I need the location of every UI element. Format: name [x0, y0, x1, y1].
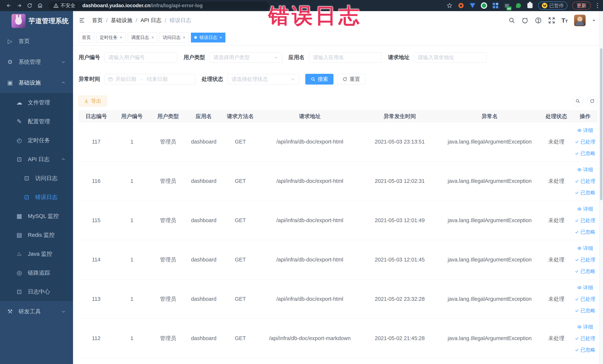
mark-processed-link[interactable]: 已处理 — [573, 215, 598, 226]
extension-grid-icon[interactable] — [492, 2, 499, 9]
check-icon — [575, 297, 579, 301]
browser-menu-kebab-icon[interactable] — [596, 3, 599, 8]
reset-button[interactable]: 重置 — [337, 74, 365, 84]
sidebar-item-access-log[interactable]: ⊡ 访问日志 — [0, 169, 73, 188]
mark-processed-link[interactable]: 已处理 — [573, 136, 598, 148]
sidebar-item-trace[interactable]: ◎ 链路追踪 — [0, 263, 73, 282]
detail-link[interactable]: 详细 — [573, 282, 598, 293]
mark-ignored-link[interactable]: 已忽略 — [573, 226, 598, 238]
error-log-table: 日志编号 用户编号 用户类型 应用名 请求方法名 请求地址 异常发生时间 异常名… — [79, 110, 598, 358]
forward-icon[interactable] — [14, 1, 24, 10]
check-icon — [575, 258, 579, 262]
close-icon[interactable]: × — [183, 35, 185, 40]
tag-error-log[interactable]: 错误日志× — [191, 33, 225, 42]
process-status-select[interactable]: 请选择处理状态 — [228, 74, 299, 84]
sidebar-item-dev-tools[interactable]: ⚒ 研发工具 — [0, 301, 73, 322]
detail-link[interactable]: 详细 — [573, 321, 598, 333]
home-icon[interactable] — [35, 1, 45, 10]
avatar[interactable] — [574, 15, 586, 26]
mark-processed-link[interactable]: 已处理 — [573, 176, 598, 187]
close-icon[interactable]: × — [220, 35, 222, 40]
address-bar[interactable]: 不安全 dashboard.yudao.iocoder.cn/infra/log… — [48, 1, 269, 10]
mark-processed-link[interactable]: 已处理 — [573, 254, 598, 266]
sidebar-item-scheduled-job[interactable]: ◴ 定时任务 — [0, 131, 73, 150]
bookmark-star-icon[interactable] — [446, 2, 453, 9]
breadcrumb-infra[interactable]: 基础设施 — [111, 17, 132, 24]
proxy-on-icon[interactable]: on — [504, 2, 510, 9]
eye-icon — [577, 285, 582, 290]
mark-ignored-link[interactable]: 已忽略 — [573, 148, 598, 159]
close-icon[interactable]: × — [151, 35, 154, 40]
detail-link[interactable]: 详细 — [573, 243, 598, 254]
github-icon[interactable] — [522, 17, 529, 24]
sidebar-item-error-log[interactable]: ⊡ 错误日志 — [0, 188, 73, 207]
gear-icon: ⚙ — [6, 59, 14, 65]
tag-home[interactable]: 首页 — [79, 33, 94, 42]
sidebar-item-config-manage[interactable]: ✎ 配置管理 — [0, 112, 73, 131]
export-button[interactable]: 导出 — [79, 96, 107, 106]
caret-down-icon[interactable] — [592, 18, 596, 23]
toolbox-icon: ⚒ — [6, 308, 14, 315]
sidebar-item-system[interactable]: ⚙ 系统管理 — [0, 52, 73, 72]
col-process-status: 处理状态 — [540, 111, 573, 122]
sidebar-item-infra[interactable]: ▣ 基础设施 — [0, 72, 73, 93]
scrollbar-thumb[interactable] — [600, 48, 603, 200]
page-scrollbar[interactable] — [599, 11, 603, 364]
reload-icon[interactable] — [24, 1, 35, 10]
extensions-puzzle-icon[interactable] — [527, 2, 533, 9]
sidebar-item-mysql-monitor[interactable]: ▦ MySQL 监控 — [0, 207, 73, 225]
refresh-table-button[interactable] — [587, 96, 597, 106]
eye-icon — [577, 207, 582, 211]
col-app-name: 应用名 — [186, 111, 221, 122]
detail-link[interactable]: 详细 — [573, 203, 598, 215]
exception-time-label: 异常时间 — [79, 75, 100, 83]
table-row: 114 1 管理员 dashboard GET /api/infra/db-do… — [79, 240, 598, 280]
help-icon[interactable] — [535, 17, 542, 24]
detail-link[interactable]: 详细 — [573, 125, 598, 136]
app-name-input[interactable] — [309, 52, 382, 63]
sidebar-item-redis-monitor[interactable]: ▤ Redis 监控 — [0, 225, 73, 244]
tag-job-log[interactable]: 调度日志× — [128, 33, 157, 42]
update-button[interactable]: 更新 — [572, 1, 591, 10]
request-url-input[interactable] — [414, 52, 487, 63]
user-id-input[interactable] — [104, 52, 177, 63]
back-icon[interactable] — [4, 1, 14, 10]
app-logo[interactable]: 芋道管理系统 — [0, 11, 73, 31]
font-size-icon[interactable]: TT — [561, 17, 568, 24]
search-button[interactable]: 搜索 — [305, 74, 334, 84]
mark-processed-link[interactable]: 已处理 — [573, 333, 598, 344]
fullscreen-icon[interactable] — [548, 17, 555, 24]
close-icon[interactable]: × — [120, 35, 122, 40]
collapse-sidebar-icon[interactable] — [78, 16, 86, 24]
paused-badge[interactable]: 已暂停 — [538, 1, 568, 10]
breadcrumb-api-log[interactable]: API 日志 — [140, 17, 162, 24]
url-domain: dashboard.yudao.iocoder.cn — [82, 3, 151, 8]
sidebar-item-home[interactable]: ▷︎ 首页 — [0, 31, 73, 52]
breadcrumb-home[interactable]: 首页 — [92, 17, 103, 24]
sidebar-item-java-monitor[interactable]: ♨ Java 监控 — [0, 244, 73, 263]
sidebar-item-file-manage[interactable]: ☁ 文件管理 — [0, 93, 73, 112]
mark-ignored-link[interactable]: 已忽略 — [573, 266, 598, 277]
mark-ignored-link[interactable]: 已忽略 — [573, 305, 598, 316]
sidebar-item-log-center[interactable]: ⊡ 日志中心 — [0, 282, 73, 301]
extension-sprout-icon[interactable] — [515, 2, 522, 9]
mark-ignored-link[interactable]: 已忽略 — [573, 344, 598, 356]
mark-processed-link[interactable]: 已处理 — [573, 293, 598, 305]
extension-green-ring-icon[interactable] — [481, 2, 487, 9]
search-icon — [575, 99, 580, 104]
extension-shield-icon[interactable] — [469, 2, 476, 9]
exception-time-range-picker[interactable]: 开始日期 - 结束日期 — [104, 74, 195, 84]
process-status-label: 处理状态 — [202, 75, 223, 83]
user-type-select[interactable]: 请选择用户类型 — [209, 52, 282, 63]
detail-link[interactable]: 详细 — [573, 164, 598, 176]
download-icon — [84, 99, 89, 104]
search-icon — [311, 77, 315, 82]
search-icon[interactable] — [509, 17, 515, 24]
tag-access-log[interactable]: 访问日志× — [159, 33, 189, 42]
tag-scheduled-job[interactable]: 定时任务× — [96, 33, 126, 42]
sidebar-item-api-log[interactable]: ⊡ API 日志 — [0, 150, 73, 169]
toggle-search-button[interactable] — [573, 96, 583, 106]
eye-icon — [577, 246, 582, 250]
mark-ignored-link[interactable]: 已忽略 — [573, 187, 598, 199]
extension-orange-icon[interactable] — [458, 2, 464, 9]
